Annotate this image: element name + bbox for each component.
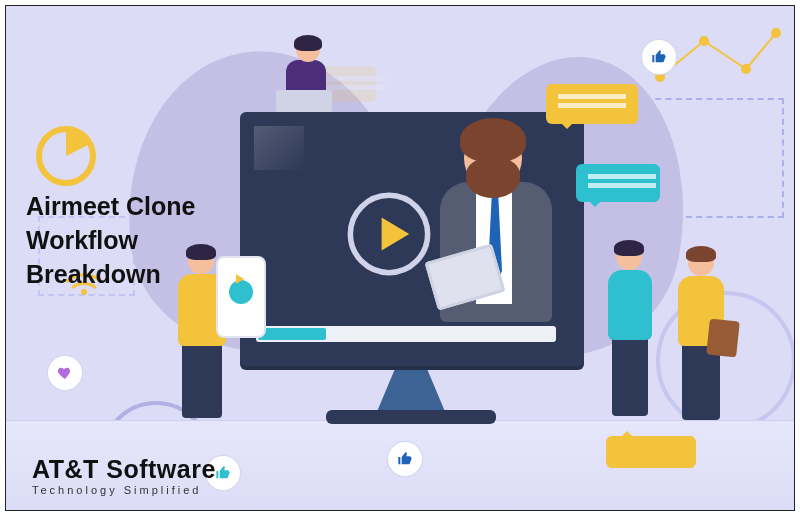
brand-tagline: Technology Simplified: [32, 484, 216, 496]
brand-block: AT&T Software Technology Simplified: [32, 455, 216, 496]
monitor-stand: [376, 364, 446, 414]
headline-line-2: Workflow: [26, 224, 195, 258]
headline-line-3: Breakdown: [26, 258, 195, 292]
speech-bubble-icon: [546, 84, 638, 124]
person-sitting-laptop: [256, 38, 366, 128]
play-icon: [343, 188, 435, 280]
pie-chart-icon: [36, 126, 96, 186]
illustration-scene: Airmeet Clone Workflow Breakdown AT&T So…: [5, 5, 795, 511]
svg-marker-10: [382, 217, 410, 250]
video-progress-fill: [258, 328, 326, 340]
headline-line-1: Airmeet Clone: [26, 190, 195, 224]
speech-bubble-icon: [606, 436, 696, 468]
play-icon: [236, 274, 244, 284]
speech-bubble-icon: [576, 164, 660, 202]
svg-line-3: [746, 33, 776, 69]
thumbs-up-icon: [388, 442, 422, 476]
svg-point-7: [771, 28, 781, 38]
person-standing-yellow: [662, 234, 752, 434]
bag-icon: [706, 319, 740, 358]
heart-icon: [48, 356, 82, 390]
video-progress-bar: [256, 326, 556, 342]
svg-point-5: [699, 36, 709, 46]
svg-point-6: [741, 64, 751, 74]
phone-icon: [218, 258, 264, 336]
headline-text: Airmeet Clone Workflow Breakdown: [26, 190, 195, 291]
brand-name: AT&T Software: [32, 455, 216, 484]
thumbs-up-icon: [642, 40, 676, 74]
svg-line-2: [704, 41, 746, 69]
screen-glare: [254, 126, 304, 170]
person-standing-teal: [592, 230, 672, 430]
monitor-base: [326, 410, 496, 424]
laptop-icon: [276, 90, 332, 112]
presenter-person: [426, 124, 566, 334]
